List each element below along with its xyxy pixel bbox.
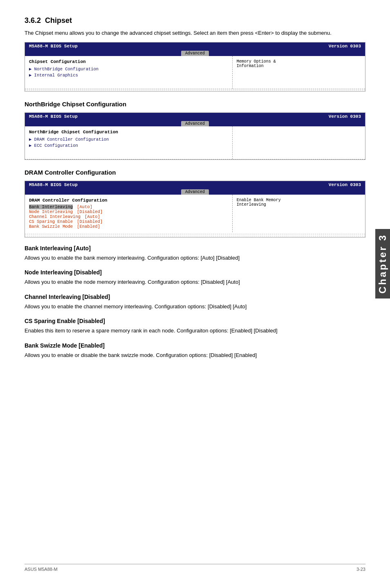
bios1-header-right: Version 0303: [329, 44, 361, 49]
channel-interleaving-desc: Allows you to enable the channel memory …: [25, 303, 365, 311]
bios-screenshot-2: M5A88-M BIOS Setup Version 0303 Advanced…: [25, 112, 365, 160]
bios1-item-2: ▶ Internal Graphics: [29, 72, 228, 78]
bios1-right-title: Memory Options &: [237, 59, 361, 64]
dram-row-3: Channel Interleaving [Auto]: [29, 214, 228, 219]
bios2-header-left: M5A88-M BIOS Setup: [29, 114, 78, 119]
bios1-right-sub: Information: [237, 64, 361, 68]
cs-sparing-desc: Enables this item to reserve a spare mem…: [25, 327, 365, 335]
bios3-right-sub: Interleaving: [237, 202, 361, 207]
node-interleaving-title: Node Interleaving [Disabled]: [25, 269, 365, 276]
bank-swizzle-title: Bank Swizzle Mode [Enabled]: [25, 342, 365, 349]
dram-row-4: CS Sparing Enable [Disabled]: [29, 219, 228, 224]
bios3-section-title: DRAM Controller Configuration: [29, 198, 228, 203]
bios2-item-2: ▶ ECC Configuration: [29, 142, 228, 148]
footer-right: 3-23: [356, 567, 365, 572]
bios3-tab: Advanced: [181, 189, 209, 195]
bios1-tab: Advanced: [181, 51, 209, 56]
chapter-tab: Chapter 3: [375, 229, 390, 298]
bios2-item-1: ▶ DRAM Controller Configuration: [29, 136, 228, 142]
bios2-header-right: Version 0303: [329, 114, 361, 119]
bios1-item-1: ▶ NorthBridge Configuration: [29, 66, 228, 72]
bios2-section-title: NorthBridge Chipset Configuration: [29, 130, 228, 135]
channel-interleaving-title: Channel Interleaving [Disabled]: [25, 294, 365, 300]
bios1-header-left: M5A88-M BIOS Setup: [29, 44, 78, 49]
dram-title: DRAM Controller Configuration: [25, 169, 365, 176]
node-interleaving-desc: Allows you to enable the node memory int…: [25, 278, 365, 286]
dram-row-1: Bank Interleaving [Auto]: [29, 204, 228, 209]
bank-interleaving-desc: Allows you to enable the bank memory int…: [25, 254, 365, 262]
bios3-right-title: Enable Bank Memory: [237, 198, 361, 202]
footer: ASUS M5A88-M 3-23: [25, 564, 365, 572]
section-title: 3.6.2 Chipset: [25, 16, 365, 25]
cs-sparing-title: CS Sparing Enable [Disabled]: [25, 318, 365, 324]
dram-row-5: Bank Swizzle Mode [Enabled]: [29, 224, 228, 229]
section-intro: The Chipset menu allows you to change th…: [25, 29, 365, 37]
bios2-tab: Advanced: [181, 121, 209, 126]
dram-row-2: Node Interleaving [Disabled]: [29, 209, 228, 214]
bios3-header-right: Version 0303: [329, 182, 361, 187]
bank-swizzle-desc: Allows you to enable or disable the bank…: [25, 351, 365, 359]
bank-interleaving-title: Bank Interleaving [Auto]: [25, 245, 365, 251]
footer-left: ASUS M5A88-M: [25, 567, 58, 572]
bios-screenshot-3: M5A88-M BIOS Setup Version 0303 Advanced…: [25, 181, 365, 238]
northbridge-title: NorthBridge Chipset Configuration: [25, 101, 365, 108]
bios1-section-title: Chipset Configuration: [29, 59, 228, 64]
bios3-header-left: M5A88-M BIOS Setup: [29, 182, 78, 187]
bios-screenshot-1: M5A88-M BIOS Setup Version 0303 Advanced…: [25, 42, 365, 92]
